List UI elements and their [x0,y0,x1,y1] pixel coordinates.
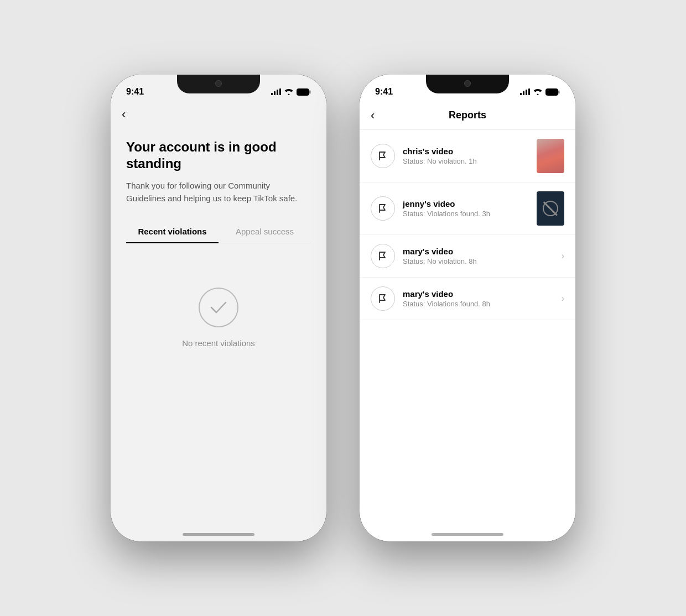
tab-appeal-success[interactable]: Appeal success [219,220,311,243]
report-text-2: mary's video Status: No violation. 8h [403,247,554,265]
report-item-3[interactable]: mary's video Status: Violations found. 8… [360,278,575,320]
phone-1-screen: 9:41 [111,75,326,541]
flag-circle-3 [371,286,395,311]
battery-icon-2 [545,88,560,96]
report-text-3: mary's video Status: Violations found. 8… [403,289,554,308]
chevron-icon-3: › [562,294,564,304]
report-name-2: mary's video [403,247,554,256]
report-thumb-1 [537,191,564,226]
svg-rect-3 [558,90,560,93]
status-icons-2 [520,88,560,96]
time-1: 9:41 [126,87,144,97]
report-status-1: Status: Violations found. 3h [403,210,529,218]
blocked-icon [543,201,558,216]
phone-2: 9:41 [360,75,575,541]
report-item-0[interactable]: chris's video Status: No violation. 1h [360,130,575,182]
time-2: 9:41 [375,87,393,97]
phone-1: 9:41 [111,75,326,541]
back-button-2[interactable]: ‹ [371,108,375,123]
svg-rect-0 [297,88,309,95]
report-item-2[interactable]: mary's video Status: No violation. 8h › [360,235,575,278]
empty-state: No recent violations [111,243,326,348]
report-name-0: chris's video [403,147,529,156]
camera-2 [464,80,471,87]
report-status-0: Status: No violation. 1h [403,157,529,165]
report-status-3: Status: Violations found. 8h [403,300,554,308]
flag-circle-0 [371,144,395,168]
home-indicator-1 [183,533,254,536]
chevron-icon-2: › [562,251,564,261]
wifi-icon-1 [284,88,293,95]
home-indicator-2 [432,533,503,536]
phone-2-screen: 9:41 [360,75,575,541]
camera-1 [215,80,222,87]
report-thumb-0 [537,139,564,173]
notch-1 [177,75,260,93]
flag-circle-1 [371,196,395,221]
battery-icon-1 [297,88,311,96]
notch-2 [426,75,509,93]
tabs-container: Recent violations Appeal success [126,220,311,243]
tab-recent-violations[interactable]: Recent violations [126,220,219,243]
good-standing-subtitle: Thank you for following our Community Gu… [126,180,311,205]
nav-header-1: ‹ [111,101,326,128]
good-standing-title: Your account is in good standing [126,139,311,172]
reports-title: Reports [449,109,486,121]
check-circle [199,288,238,327]
report-name-1: jenny's video [403,199,529,208]
signal-icon-1 [271,88,281,95]
report-item-1[interactable]: jenny's video Status: Violations found. … [360,182,575,235]
signal-icon-2 [520,88,530,95]
good-standing-body: Your account is in good standing Thank y… [111,128,326,243]
reports-header: ‹ Reports [360,101,575,130]
reports-list: chris's video Status: No violation. 1h j… [360,130,575,320]
status-icons-1 [271,88,311,96]
wifi-icon-2 [533,88,542,95]
report-text-1: jenny's video Status: Violations found. … [403,199,529,218]
empty-label: No recent violations [182,338,255,348]
back-button-1[interactable]: ‹ [122,105,130,124]
report-name-3: mary's video [403,289,554,299]
flag-circle-2 [371,244,395,268]
report-status-2: Status: No violation. 8h [403,257,554,265]
report-text-0: chris's video Status: No violation. 1h [403,147,529,165]
svg-rect-2 [546,88,558,95]
svg-rect-1 [309,90,311,93]
